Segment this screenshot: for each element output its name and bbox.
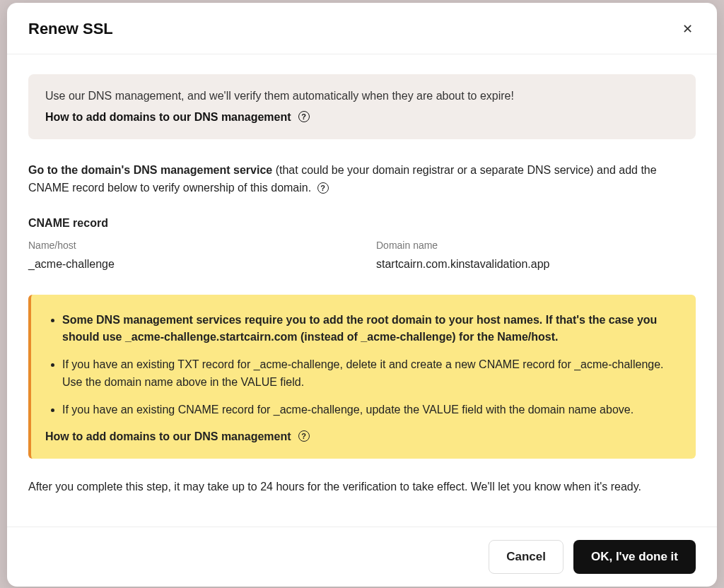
warning-dns-link-text: How to add domains to our DNS management [45, 430, 291, 443]
help-icon[interactable]: ? [317, 182, 329, 194]
cname-domain-col: Domain name startcairn.com.kinstavalidat… [376, 240, 696, 271]
cname-name-value: _acme-challenge [28, 258, 348, 271]
dns-management-link-text: How to add domains to our DNS management [45, 111, 291, 124]
close-icon: ✕ [682, 22, 693, 36]
cname-domain-label: Domain name [376, 240, 696, 251]
instructions-bold: Go to the domain's DNS management servic… [28, 164, 272, 176]
warning-item-cname-record: If you have an existing CNAME record for… [62, 401, 676, 419]
warning-dns-link[interactable]: How to add domains to our DNS management… [45, 430, 310, 443]
info-panel-text: Use our DNS management, and we'll verify… [45, 90, 679, 102]
modal-header: Renew SSL ✕ [7, 3, 717, 54]
warning-list: Some DNS management services require you… [45, 312, 676, 419]
warning-item-root-domain: Some DNS management services require you… [62, 312, 676, 347]
renew-ssl-modal: Renew SSL ✕ Use our DNS management, and … [7, 3, 717, 587]
dns-info-panel: Use our DNS management, and we'll verify… [28, 74, 696, 139]
dns-management-link[interactable]: How to add domains to our DNS management… [45, 111, 310, 124]
modal-footer: Cancel OK, I've done it [7, 527, 717, 587]
cname-name-col: Name/host _acme-challenge [28, 240, 348, 271]
close-button[interactable]: ✕ [679, 20, 696, 38]
cname-name-label: Name/host [28, 240, 348, 251]
ok-button[interactable]: OK, I've done it [573, 540, 696, 574]
warning-panel: Some DNS management services require you… [28, 295, 696, 459]
modal-title: Renew SSL [28, 20, 113, 38]
cancel-button[interactable]: Cancel [489, 540, 564, 574]
warning-item-txt-record: If you have an existing TXT record for _… [62, 356, 676, 392]
instructions-text: Go to the domain's DNS management servic… [28, 162, 696, 197]
cname-domain-value: startcairn.com.kinstavalidation.app [376, 258, 696, 271]
footnote-text: After you complete this step, it may tak… [28, 478, 696, 496]
cname-record-row: Name/host _acme-challenge Domain name st… [28, 240, 696, 271]
modal-body: Use our DNS management, and we'll verify… [7, 54, 717, 527]
help-icon: ? [298, 430, 310, 442]
cname-heading: CNAME record [28, 217, 696, 230]
help-icon: ? [298, 111, 310, 122]
